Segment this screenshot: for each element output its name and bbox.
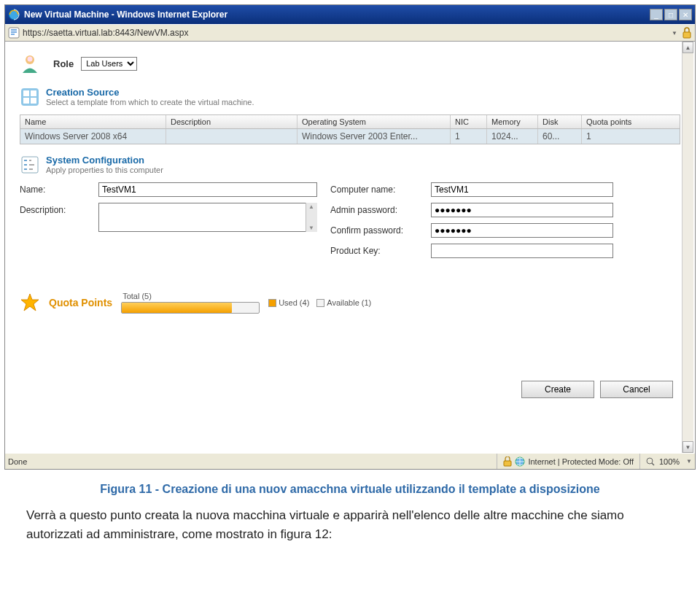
col-nic[interactable]: NIC [451,115,487,128]
browser-window: New Virtual Machine - Windows Internet E… [4,4,696,470]
legend-used-swatch [268,299,276,307]
system-config-form: Name: Computer name: Description: Admin … [20,182,680,258]
col-description[interactable]: Description [166,115,298,128]
name-input[interactable] [98,182,317,197]
svg-rect-12 [504,461,511,466]
quota-legend: Used (4) Available (1) [268,298,371,308]
row-os: Windows Server 2003 Enter... [298,129,451,144]
description-scrollbar[interactable] [306,203,317,232]
creation-source-subtitle: Select a template from which to create t… [46,98,254,106]
template-row[interactable]: Windows Server 2008 x64 Windows Server 2… [20,129,680,144]
row-name: Windows Server 2008 x64 [20,129,166,144]
svg-point-5 [28,57,33,62]
role-label: Role [53,58,74,69]
quota-section: Quota Points Total (5) Used (4) Availabl… [20,292,680,314]
row-description [166,129,298,144]
legend-available-label: Available (1) [327,298,371,307]
ie-icon [8,9,20,20]
zoom-icon [646,457,655,466]
url-field[interactable]: https://saetta.virtual.lab:8443/NewVM.as… [23,28,669,38]
page-content: Role Lab Users Creation Source Select a … [5,42,695,453]
quota-used-fill [122,303,231,313]
content-scrollbar[interactable]: ▲ ▼ [682,42,693,453]
computer-name-input[interactable] [431,182,613,197]
url-dropdown-icon[interactable]: ▼ [672,30,677,36]
label-admin-password: Admin password: [330,205,418,215]
role-select[interactable]: Lab Users [81,57,137,71]
system-config-icon [20,155,40,175]
col-name[interactable]: Name [20,115,166,128]
action-buttons: Create Cancel [20,381,680,398]
status-done: Done [8,457,497,466]
col-quota[interactable]: Quota points [582,115,648,128]
figure-caption-block: Figura 11 - Creazione di una nuov amacch… [22,483,678,543]
label-description: Description: [20,203,85,215]
figure-caption-title: Figura 11 - Creazione di una nuov amacch… [22,483,678,496]
label-confirm-password: Confirm password: [330,225,418,236]
close-button[interactable]: ✕ [679,9,692,20]
scroll-up-button[interactable]: ▲ [682,42,693,53]
lock-icon [682,27,692,39]
svg-rect-10 [31,98,36,104]
address-bar: https://saetta.virtual.lab:8443/NewVM.as… [5,24,695,42]
col-os[interactable]: Operating System [298,115,451,128]
creation-source-icon [20,87,40,107]
internet-zone-icon [515,457,525,467]
status-lock-icon [503,457,512,467]
scroll-down-button[interactable]: ▼ [682,441,693,453]
quota-total-label: Total (5) [122,292,260,300]
window-titlebar: New Virtual Machine - Windows Internet E… [5,5,695,24]
status-bar: Done Internet | Protected Mode: Off 100%… [5,453,695,469]
product-key-input[interactable] [431,244,613,258]
label-product-key: Product Key: [330,246,418,256]
admin-password-input[interactable] [431,203,613,217]
label-name: Name: [20,185,85,195]
status-security: Internet | Protected Mode: Off [497,454,640,469]
cancel-button[interactable]: Cancel [600,381,673,398]
row-nic: 1 [451,129,487,144]
window-title: New Virtual Machine - Windows Internet E… [24,9,650,20]
creation-source-title: Creation Source [46,87,254,98]
svg-rect-9 [23,98,29,104]
svg-point-14 [647,458,653,464]
description-input[interactable] [98,203,317,232]
template-table-header: Name Description Operating System NIC Me… [20,114,680,129]
legend-used-label: Used (4) [279,298,309,307]
page-icon [8,27,20,39]
svg-rect-8 [31,90,36,96]
system-config-title: System Configuration [46,155,163,166]
system-config-subtitle: Apply properties to this computer [46,166,163,174]
col-disk[interactable]: Disk [538,115,582,128]
confirm-password-input[interactable] [431,223,613,238]
row-memory: 1024... [487,129,538,144]
row-disk: 60... [538,129,582,144]
svg-rect-7 [23,90,29,96]
legend-available-swatch [316,299,324,307]
window-buttons: _ □ ✕ [650,9,692,20]
col-memory[interactable]: Memory [487,115,538,128]
quota-bar [121,302,260,314]
minimize-button[interactable]: _ [650,9,663,20]
create-button[interactable]: Create [521,381,594,398]
maximize-button[interactable]: □ [664,9,677,20]
quota-title: Quota Points [49,297,112,308]
svg-rect-2 [9,28,19,38]
status-zoom[interactable]: 100% ▼ [640,457,692,466]
zoom-dropdown-icon[interactable]: ▼ [686,458,692,465]
status-mode-text: Internet | Protected Mode: Off [528,457,634,466]
row-quota: 1 [582,129,648,144]
role-icon [20,53,40,74]
label-computer-name: Computer name: [330,185,418,195]
svg-rect-3 [683,32,691,38]
zoom-value: 100% [659,457,680,466]
figure-caption-body: Verrà a questo punto creata la nuova mac… [26,506,674,543]
star-icon [20,292,40,313]
